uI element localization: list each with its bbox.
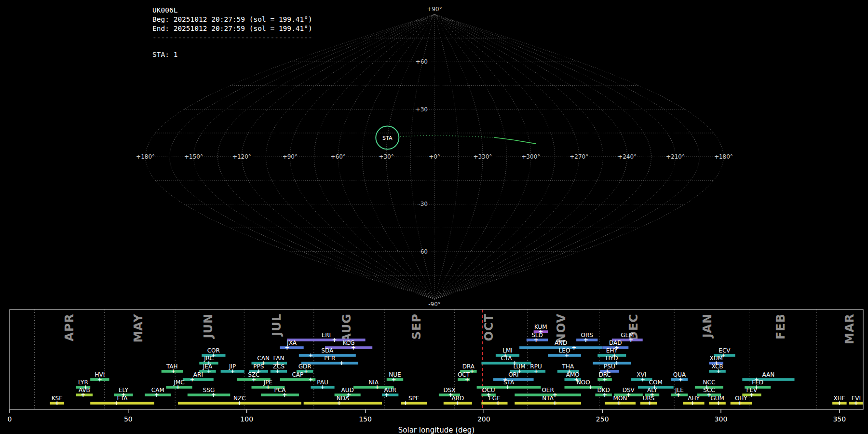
shower-code-label: ARI: [193, 371, 203, 378]
sta-marker-label: STA: [382, 135, 393, 141]
month-label: MAR: [843, 313, 856, 344]
sta-radiant-marker: STA: [376, 126, 399, 149]
longitude-label: +330°: [473, 153, 492, 160]
longitude-label: +90°: [283, 153, 298, 160]
peak-marker-icon: +: [308, 376, 313, 383]
peak-marker-icon: +: [154, 392, 159, 398]
peak-marker-icon: +: [339, 360, 344, 366]
south-pole-label: -90°: [428, 301, 441, 308]
longitude-label: +60°: [331, 153, 346, 160]
sky-map: +90°-90°+60+30-30-60+180°+150°+120°+90°+…: [0, 0, 868, 309]
peak-marker-icon: +: [640, 376, 645, 383]
peak-marker-icon: +: [266, 384, 271, 391]
activity-bar: [304, 402, 382, 405]
activity-bar: [183, 378, 214, 381]
peak-marker-icon: +: [308, 352, 313, 359]
month-label: NOV: [555, 313, 568, 343]
shower-hvi: HVI+: [90, 371, 109, 383]
peak-marker-icon: +: [647, 400, 652, 407]
axis-tick-label: 150: [359, 415, 372, 423]
shower-aan: AAN+: [742, 371, 794, 383]
shower-cap: CAP+: [280, 371, 316, 383]
peak-marker-icon: +: [588, 384, 593, 391]
peak-marker-icon: +: [230, 368, 235, 375]
peak-marker-icon: +: [375, 384, 380, 391]
peak-marker-icon: +: [320, 384, 325, 391]
shower-evi: EVI+: [849, 395, 864, 407]
activity-bar: [188, 393, 231, 396]
timeline-chart: APRMAYJUNJULAUGSEPOCTNOVDECJANFEBMARKUM+…: [0, 309, 868, 434]
peak-marker-icon: +: [190, 376, 195, 383]
activity-bar: [90, 402, 154, 405]
x-axis: 050100150200250300350Solar longitude (de…: [8, 409, 846, 434]
longitude-label: +300°: [521, 153, 540, 160]
peak-marker-icon: +: [211, 392, 216, 398]
latitude-label: -30: [418, 201, 428, 207]
peak-marker-icon: +: [251, 376, 256, 383]
peak-marker-icon: +: [275, 368, 280, 375]
longitude-label: +210°: [666, 153, 685, 160]
peak-marker-icon: +: [176, 384, 180, 391]
shower-dkd: DKD+: [595, 387, 611, 398]
peak-marker-icon: +: [384, 392, 389, 398]
peak-marker-icon: +: [628, 337, 633, 343]
peak-marker-icon: +: [716, 368, 721, 375]
axis-tick-label: 250: [596, 415, 609, 423]
shower-ege: EGE+: [481, 395, 507, 407]
shower-drc: DRC+: [597, 371, 612, 383]
peak-marker-icon: +: [533, 368, 538, 375]
shower-rpu: RPU+: [527, 363, 545, 375]
longitude-label: +270°: [570, 153, 588, 160]
activity-bar: [481, 402, 507, 405]
shower-sld: SLD+: [527, 332, 548, 343]
shower-oct: OCT+: [458, 371, 470, 383]
peak-marker-icon: +: [470, 368, 475, 375]
peak-marker-icon: +: [505, 384, 510, 391]
peak-marker-icon: +: [854, 400, 858, 407]
peak-marker-icon: +: [716, 400, 721, 407]
shower-jle: JLE+: [671, 387, 688, 398]
month-label: MAY: [132, 313, 145, 343]
axis-tick-label: 200: [477, 415, 490, 423]
shower-ohy: OHY+: [731, 395, 752, 407]
longitude-label: +150°: [184, 153, 203, 160]
shower-ssg: SSG+: [188, 387, 231, 398]
sta-count: STA: 1: [152, 50, 312, 59]
shower-code-label: SPE: [408, 395, 419, 402]
activity-bar: [742, 378, 794, 381]
shower-jip: JIP+: [221, 363, 244, 375]
latitude-label: -60: [418, 248, 428, 255]
peak-marker-icon: +: [285, 344, 289, 351]
peak-marker-icon: +: [206, 368, 211, 375]
shower-mon: MON+: [605, 395, 636, 407]
shower-nda: NDA+: [304, 395, 382, 407]
month-label: JAN: [701, 313, 714, 339]
activity-bar: [515, 402, 581, 405]
separator-line: --------------------------------------: [152, 34, 312, 41]
peak-marker-icon: +: [282, 392, 287, 398]
shower-code-label: SDA: [321, 347, 334, 354]
peak-marker-icon: +: [678, 376, 683, 383]
longitude-label: +120°: [232, 153, 251, 160]
latitude-label: +60: [416, 58, 428, 65]
peak-marker-icon: +: [391, 376, 396, 383]
month-label: FEB: [774, 313, 787, 339]
station-id: UK006L: [152, 6, 177, 14]
peak-marker-icon: +: [553, 400, 557, 407]
peak-marker-icon: +: [571, 344, 576, 351]
longitude-label: +240°: [618, 153, 637, 160]
peak-marker-icon: +: [564, 352, 569, 359]
axis-tick-label: 50: [124, 415, 133, 423]
peak-marker-icon: +: [837, 400, 842, 407]
axis-tick-label: 300: [715, 415, 728, 423]
longitude-label: +30°: [379, 153, 393, 160]
peak-marker-icon: +: [737, 400, 742, 407]
peak-marker-icon: +: [676, 392, 680, 398]
peak-marker-icon: +: [602, 392, 607, 398]
peak-marker-icon: +: [351, 344, 356, 351]
longitude-label: +180°: [136, 153, 155, 160]
begin-line: Beg: 20251012 20:27:59 (sol = 199.41°): [152, 15, 312, 23]
shower-nta: NTA+: [515, 395, 581, 407]
shower-nue: NUE+: [387, 371, 403, 383]
shower-bars: KUM+ERI+SLD+ORS+GEM+JXA+KCG+AND+DAD+COR+…: [50, 324, 863, 407]
